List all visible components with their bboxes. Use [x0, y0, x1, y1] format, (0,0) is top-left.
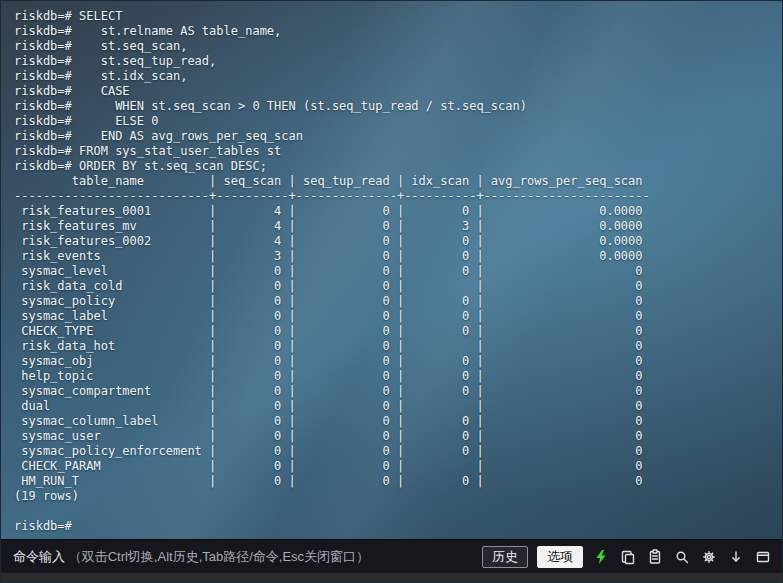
- lightning-icon[interactable]: [592, 548, 610, 566]
- history-button[interactable]: 历史: [482, 546, 528, 568]
- copy-icon[interactable]: [619, 548, 637, 566]
- terminal-screen[interactable]: riskdb=# SELECT riskdb=# st.relname AS t…: [1, 1, 782, 539]
- paste-icon[interactable]: [646, 548, 664, 566]
- options-button[interactable]: 选项: [537, 546, 583, 568]
- terminal-window: riskdb=# SELECT riskdb=# st.relname AS t…: [0, 0, 783, 583]
- gear-icon[interactable]: [700, 548, 718, 566]
- command-input-hint: （双击Ctrl切换,Alt历史,Tab路径/命令,Esc关闭窗口）: [69, 549, 369, 564]
- window-icon[interactable]: [754, 548, 772, 566]
- command-input-label: 命令输入: [13, 549, 65, 564]
- search-icon[interactable]: [673, 548, 691, 566]
- command-input-bar: 命令输入 （双击Ctrl切换,Alt历史,Tab路径/命令,Esc关闭窗口） 历…: [1, 539, 782, 573]
- window-bottom-edge: [1, 573, 782, 582]
- command-input-area[interactable]: 命令输入 （双击Ctrl切换,Alt历史,Tab路径/命令,Esc关闭窗口）: [13, 548, 472, 566]
- statusbar-actions: 历史 选项: [482, 546, 772, 568]
- download-icon[interactable]: [727, 548, 745, 566]
- terminal-output: riskdb=# SELECT riskdb=# st.relname AS t…: [14, 9, 778, 534]
